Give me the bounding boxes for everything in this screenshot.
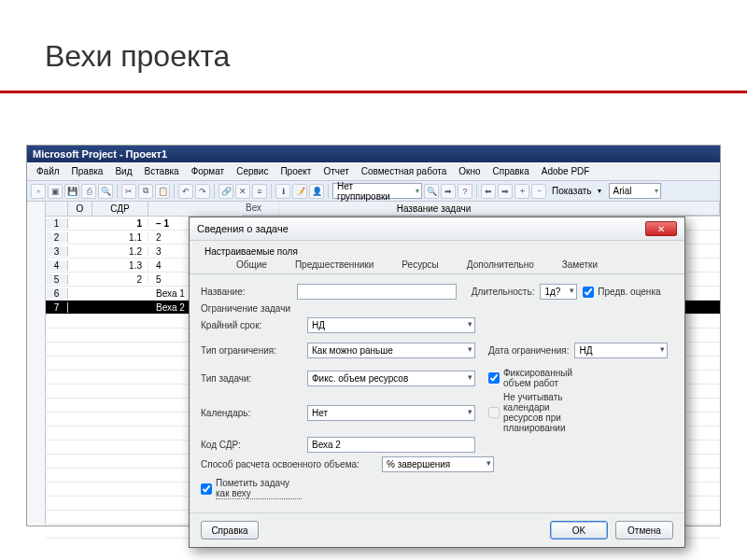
prelim-check-input[interactable]: [583, 287, 594, 298]
menubar[interactable]: Файл Правка Вид Вставка Формат Сервис Пр…: [27, 162, 720, 181]
menu-insert[interactable]: Вставка: [138, 164, 184, 178]
constraint-type-label: Тип ограничения:: [201, 345, 302, 356]
duration-input[interactable]: 1д?: [540, 284, 577, 300]
menu-format[interactable]: Формат: [186, 164, 231, 178]
row-number: 6: [46, 288, 68, 299]
row-number: 2: [46, 232, 68, 243]
collapse-icon[interactable]: －: [531, 184, 546, 199]
view-bar: [27, 202, 46, 524]
menu-file[interactable]: Файл: [31, 164, 65, 178]
col-wbs: СДР: [92, 202, 148, 216]
copy-icon[interactable]: ⧉: [138, 184, 153, 199]
name-label: Название:: [201, 287, 291, 297]
row-number: 3: [46, 246, 68, 257]
ignore-cal-check-input: [488, 407, 500, 418]
show-dropdown-icon[interactable]: ▾: [598, 187, 601, 195]
window-titlebar: Microsoft Project - Проект1: [27, 146, 720, 162]
font-combo[interactable]: Arial: [609, 183, 661, 199]
ev-method-label: Способ расчета освоенного объема:: [201, 459, 376, 469]
row-number: 7: [46, 302, 68, 313]
constraint-type-combo[interactable]: Как можно раньше: [307, 343, 475, 358]
help-button[interactable]: Справка: [201, 521, 259, 539]
fixed-work-check-input[interactable]: [488, 372, 500, 384]
info-icon[interactable]: ℹ: [275, 184, 290, 199]
goto-icon[interactable]: ➡: [441, 184, 456, 199]
toolbar-separator: [328, 184, 329, 199]
split-icon[interactable]: ≡: [252, 184, 267, 199]
wbs-cell[interactable]: 2: [92, 274, 148, 285]
dialog-body: Название: Длительность: 1д? Предв. оценк…: [190, 274, 684, 512]
preview-icon[interactable]: 🔍: [98, 184, 113, 199]
calendar-combo[interactable]: Нет: [307, 405, 475, 421]
redo-icon[interactable]: ↷: [195, 184, 210, 199]
menu-collab[interactable]: Совместная работа: [356, 164, 453, 178]
expand-icon[interactable]: ＋: [514, 184, 529, 199]
cut-icon[interactable]: ✂: [121, 184, 136, 199]
close-icon[interactable]: ✕: [645, 221, 677, 236]
wbs-cell[interactable]: 1.1: [92, 232, 148, 243]
wbs-code-label: Код СДР:: [201, 440, 302, 450]
task-type-combo[interactable]: Фикс. объем ресурсов: [307, 371, 475, 386]
wbs-code-input[interactable]: [307, 437, 475, 453]
toolbar-separator: [117, 184, 118, 199]
wbs-cell[interactable]: 1.2: [92, 246, 148, 257]
ignore-calendar-checkbox: Не учитывать календари ресурсов при план…: [488, 392, 589, 433]
deadline-label: Крайний срок:: [201, 320, 302, 330]
help-icon[interactable]: ?: [458, 184, 472, 199]
fixed-work-checkbox[interactable]: Фиксированный объем работ: [488, 368, 589, 388]
open-icon[interactable]: ▣: [48, 184, 63, 199]
toolbar-separator: [174, 184, 175, 199]
wbs-cell[interactable]: 1: [92, 218, 148, 229]
menu-project[interactable]: Проект: [275, 164, 317, 178]
paste-icon[interactable]: 📋: [155, 184, 170, 199]
tab-strip: Общие Предшественники Ресурсы Дополнител…: [190, 257, 684, 274]
menu-adobe-pdf[interactable]: Adobe PDF: [536, 164, 596, 178]
tab-resources[interactable]: Ресурсы: [402, 259, 438, 270]
tab-predecessors[interactable]: Предшественники: [295, 259, 374, 270]
show-label[interactable]: Показать: [548, 186, 596, 196]
name-input[interactable]: [297, 284, 457, 300]
notes-icon[interactable]: 📝: [292, 184, 307, 199]
menu-view[interactable]: Вид: [109, 164, 137, 178]
duration-label: Длительность:: [472, 287, 535, 297]
tab-general[interactable]: Общие: [236, 259, 267, 270]
deadline-combo[interactable]: НД: [307, 317, 475, 333]
toolbar-separator: [214, 184, 215, 199]
constraint-date-combo[interactable]: НД: [574, 343, 668, 358]
outdent-icon[interactable]: ⬅: [481, 184, 496, 199]
unlink-icon[interactable]: ✕: [235, 184, 250, 199]
ev-method-combo[interactable]: % завершения: [382, 456, 494, 472]
wbs-cell[interactable]: 1.3: [92, 260, 148, 271]
new-icon[interactable]: ▫: [31, 184, 46, 199]
milestone-check-input[interactable]: [201, 483, 212, 495]
zoom-in-icon[interactable]: 🔍: [424, 184, 439, 199]
constraint-date-label: Дата ограничения:: [488, 345, 569, 356]
print-icon[interactable]: ⎙: [81, 184, 96, 199]
toolbar-separator: [271, 184, 272, 199]
task-type-label: Тип задачи:: [201, 373, 302, 384]
link-icon[interactable]: 🔗: [218, 184, 233, 199]
menu-help[interactable]: Справка: [487, 164, 535, 178]
col-rownum: [46, 202, 68, 216]
save-icon[interactable]: 💾: [64, 184, 79, 199]
undo-icon[interactable]: ↶: [178, 184, 193, 199]
toolbar: ▫ ▣ 💾 ⎙ 🔍 ✂ ⧉ 📋 ↶ ↷ 🔗 ✕ ≡ ℹ 📝 👤 Нет груп…: [27, 181, 720, 202]
tab-notes[interactable]: Заметки: [562, 259, 598, 270]
dialog-titlebar[interactable]: Сведения о задаче ✕: [190, 217, 684, 241]
menu-tools[interactable]: Сервис: [231, 164, 274, 178]
tab-advanced[interactable]: Дополнительно: [467, 259, 534, 270]
menu-window[interactable]: Окно: [453, 164, 486, 178]
menu-edit[interactable]: Правка: [66, 164, 109, 178]
tab-custom-fields[interactable]: Настраиваемые поля: [204, 246, 298, 257]
menu-report[interactable]: Отчет: [317, 164, 354, 178]
toolbar-separator: [476, 184, 477, 199]
assign-icon[interactable]: 👤: [309, 184, 324, 199]
prelim-checkbox[interactable]: Предв. оценка: [583, 287, 673, 298]
group-combo[interactable]: Нет группировки: [332, 183, 422, 199]
indent-icon[interactable]: ➡: [498, 184, 513, 199]
constraint-section-label: Ограничение задачи: [201, 303, 673, 314]
ok-button[interactable]: OK: [550, 521, 608, 539]
timeline-header: Вех: [242, 202, 720, 216]
cancel-button[interactable]: Отмена: [615, 521, 673, 539]
milestone-checkbox[interactable]: Пометить задачу как веху: [201, 478, 302, 499]
